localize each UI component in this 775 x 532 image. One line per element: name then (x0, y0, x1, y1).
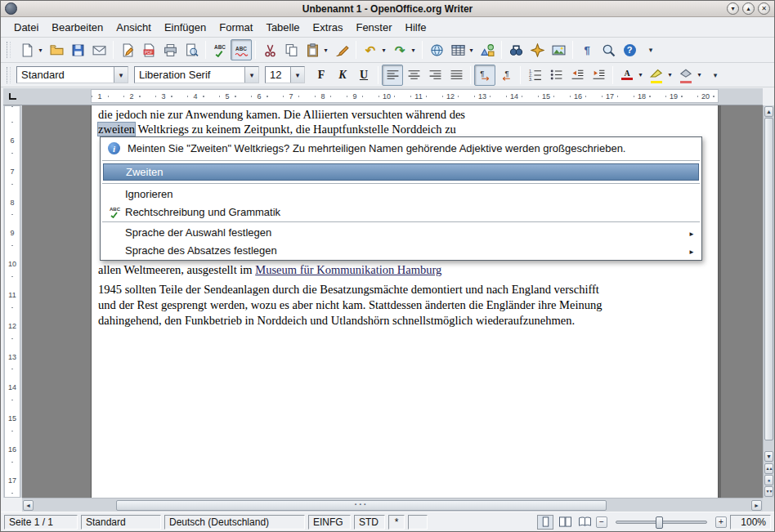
open-button[interactable] (46, 39, 67, 60)
menu-extras[interactable]: Extras (307, 19, 350, 36)
auto-spellcheck-button[interactable]: ABC (231, 39, 252, 60)
vertical-scrollbar[interactable] (763, 105, 774, 498)
menu-format[interactable]: Format (213, 19, 259, 36)
insert-table-button[interactable] (447, 39, 468, 60)
hyperlink-button[interactable] (426, 39, 447, 60)
copy-button[interactable] (280, 39, 302, 60)
horizontal-ruler[interactable]: 1234567891011121314151617181920 (22, 88, 763, 105)
paste-button[interactable] (302, 39, 323, 60)
print-button[interactable] (159, 39, 181, 60)
align-left-button[interactable] (382, 65, 403, 86)
new-document-dropdown-button[interactable]: ▾ (36, 39, 45, 60)
align-right-button[interactable] (424, 65, 446, 86)
hyperlink-museum-link[interactable]: Museum für Kommunikation Hamburg (255, 263, 441, 276)
align-center-button[interactable] (403, 65, 424, 86)
format-paintbrush-button[interactable] (331, 39, 352, 60)
context-menu-item-sprache-der-auswahl-festlegen[interactable]: Sprache der Auswahl festlegen (101, 223, 701, 241)
zoom-out-button[interactable] (596, 516, 607, 528)
save-button[interactable] (67, 39, 88, 60)
menu-datei[interactable]: Datei (7, 19, 45, 36)
menu-ansicht[interactable]: Ansicht (110, 19, 158, 36)
font-size-dropdown[interactable] (290, 67, 304, 83)
navigation-button[interactable] (764, 475, 773, 485)
view-book-button[interactable] (576, 515, 593, 530)
menu-fenster[interactable]: Fenster (349, 19, 398, 36)
maximize-button[interactable] (742, 2, 755, 15)
zoom-button[interactable] (598, 39, 619, 60)
zoom-slider[interactable] (616, 521, 707, 524)
right-to-left-button[interactable]: ¶ (495, 65, 517, 86)
next-page-button[interactable] (764, 486, 773, 497)
status-selection-mode[interactable]: STD (354, 515, 385, 530)
highlighting-dropdown-button[interactable]: ▾ (665, 65, 674, 86)
close-button[interactable] (758, 2, 770, 15)
gallery-button[interactable] (548, 39, 569, 60)
suggestion-item[interactable]: Zweiten (103, 163, 699, 181)
scroll-right-button[interactable] (751, 500, 762, 511)
find-replace-button[interactable] (505, 39, 526, 60)
status-language[interactable]: Deutsch (Deutschland) (164, 515, 305, 530)
view-single-page-button[interactable] (537, 515, 553, 530)
view-multi-page-button[interactable] (557, 515, 573, 530)
horizontal-scrollbar-thumb[interactable] (116, 500, 607, 511)
font-color-button[interactable]: A (616, 65, 638, 86)
paragraph-style-dropdown[interactable] (114, 67, 128, 83)
document-as-email-button[interactable] (88, 39, 110, 60)
background-color-dropdown-button[interactable]: ▾ (695, 65, 704, 86)
vertical-ruler[interactable]: 67891011121314151617 (3, 105, 22, 498)
vertical-scrollbar-thumb[interactable] (764, 118, 773, 440)
context-menu-item-ignorieren[interactable]: Ignorieren (101, 185, 701, 203)
context-menu-item-sprache-des-absatzes-festlegen[interactable]: Sprache des Absatzes festlegen (101, 241, 701, 259)
spellcheck-button[interactable]: ABC (209, 39, 231, 60)
toolbar-overflow-button[interactable]: ▾ (705, 65, 726, 86)
left-to-right-button[interactable]: ¶ (474, 65, 495, 86)
menu-einf-gen[interactable]: Einfügen (158, 19, 213, 36)
font-color-dropdown-button[interactable]: ▾ (636, 65, 645, 86)
align-justify-button[interactable] (446, 65, 467, 86)
menu-bearbeiten[interactable]: Bearbeiten (45, 19, 110, 36)
insert-table-dropdown-button[interactable]: ▾ (467, 39, 476, 60)
underline-button[interactable]: U (353, 65, 374, 86)
highlighting-button[interactable] (646, 65, 667, 86)
bullet-list-button[interactable] (545, 65, 567, 86)
tab-stop-selector[interactable] (3, 88, 22, 105)
export-pdf-button[interactable]: PDF (138, 39, 159, 60)
zoom-in-button[interactable] (715, 516, 727, 528)
numbered-list-button[interactable]: 1.2.3. (524, 65, 545, 86)
decrease-indent-button[interactable] (567, 65, 588, 86)
help-button[interactable] (619, 39, 640, 60)
cut-button[interactable] (259, 39, 280, 60)
zoom-slider-thumb[interactable] (656, 516, 663, 529)
menu-hilfe[interactable]: Hilfe (399, 19, 433, 36)
status-page-number[interactable]: Seite 1 / 1 (4, 515, 78, 530)
scroll-left-button[interactable] (23, 500, 34, 511)
font-size-combo[interactable]: 12 (265, 66, 305, 83)
draw-functions-button[interactable] (477, 39, 498, 60)
paste-dropdown-button[interactable]: ▾ (321, 39, 330, 60)
undo-dropdown-button[interactable]: ▾ (379, 39, 388, 60)
nonprinting-characters-button[interactable]: ¶ (576, 39, 598, 60)
window-menu-button[interactable] (5, 2, 17, 15)
undo-button[interactable]: ↶ (360, 39, 381, 60)
font-name-dropdown[interactable] (244, 67, 258, 83)
bold-button[interactable]: F (311, 65, 332, 86)
previous-page-button[interactable] (764, 463, 773, 474)
status-page-style[interactable]: Standard (81, 515, 161, 530)
horizontal-scrollbar[interactable] (22, 498, 763, 512)
scroll-down-button[interactable] (764, 451, 773, 462)
page-preview-button[interactable] (181, 39, 202, 60)
new-document-button[interactable] (16, 39, 38, 60)
edit-file-button[interactable] (117, 39, 138, 60)
increase-indent-button[interactable] (588, 65, 609, 86)
background-color-button[interactable] (675, 65, 697, 86)
scroll-up-button[interactable] (764, 106, 773, 117)
redo-dropdown-button[interactable]: ▾ (409, 39, 418, 60)
paragraph-style-combo[interactable]: Standard (16, 66, 128, 83)
toolbar-overflow-button[interactable]: ▾ (640, 39, 661, 60)
navigator-button[interactable] (526, 39, 548, 60)
menu-tabelle[interactable]: Tabelle (259, 19, 306, 36)
status-zoom-value[interactable]: 100% (730, 515, 771, 530)
minimize-button[interactable] (727, 2, 739, 15)
status-insert-mode[interactable]: EINFG (308, 515, 351, 530)
font-name-combo[interactable]: Liberation Serif (134, 66, 259, 83)
